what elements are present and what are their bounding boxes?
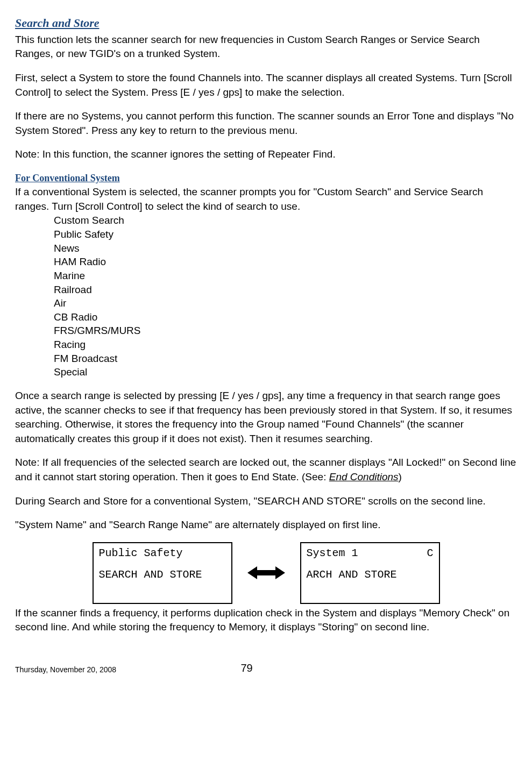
footer-page-number: 79 [240, 660, 252, 675]
list-item: CB Radio [54, 310, 517, 324]
text-segment: Note: If all frequencies of the selected… [15, 457, 516, 482]
paragraph-alternate-display: "System Name" and "Search Range Name" ar… [15, 518, 517, 532]
list-item: FM Broadcast [54, 352, 517, 366]
lcd-line2: ARCH AND STORE [307, 569, 434, 581]
lcd-line1-right: C [427, 547, 433, 559]
list-item: Air [54, 296, 517, 310]
list-item: Marine [54, 269, 517, 283]
display-alternation-row: Public Safety SEARCH AND STORE System 1 … [15, 542, 517, 604]
paragraph-memory-check: If the scanner finds a frequency, it per… [15, 606, 517, 635]
list-item: News [54, 241, 517, 255]
list-item: Public Safety [54, 227, 517, 241]
heading-for-conventional-system: For Conventional System [15, 172, 517, 185]
paragraph-during-search: During Search and Store for a convention… [15, 494, 517, 509]
paragraph-note-locked: Note: If all frequencies of the selected… [15, 456, 517, 484]
heading-search-and-store: Search and Store [15, 15, 517, 32]
list-item: Railroad [54, 283, 517, 297]
paragraph-select-system: First, select a System to store the foun… [15, 71, 517, 99]
paragraph-intro: This function lets the scanner search fo… [15, 33, 517, 61]
footer-date: Thursday, November 20, 2008 [15, 665, 116, 675]
page-footer: Thursday, November 20, 2008 79 [15, 660, 517, 675]
list-item: Special [54, 365, 517, 379]
svg-marker-0 [247, 566, 285, 579]
list-item: Custom Search [54, 214, 517, 227]
lcd-line2: SEARCH AND STORE [99, 569, 226, 581]
link-end-conditions[interactable]: End Conditions [329, 471, 399, 482]
double-arrow-icon [247, 565, 285, 581]
lcd-display-right: System 1 C ARCH AND STORE [300, 542, 440, 604]
lcd-line1-left: Public Safety [99, 547, 183, 559]
paragraph-note-repeater: Note: In this function, the scanner igno… [15, 147, 517, 162]
list-item: HAM Radio [54, 255, 517, 269]
paragraph-once-selected: Once a search range is selected by press… [15, 389, 517, 446]
list-item: FRS/GMRS/MURS [54, 324, 517, 338]
search-type-list: Custom Search Public Safety News HAM Rad… [15, 214, 517, 379]
list-item: Racing [54, 338, 517, 352]
text-segment: ) [399, 471, 402, 482]
paragraph-no-systems: If there are no Systems, you cannot perf… [15, 109, 517, 138]
lcd-display-left: Public Safety SEARCH AND STORE [93, 542, 232, 604]
paragraph-conventional-intro: If a conventional System is selected, th… [15, 185, 517, 214]
lcd-line1-left: System 1 [307, 547, 358, 559]
